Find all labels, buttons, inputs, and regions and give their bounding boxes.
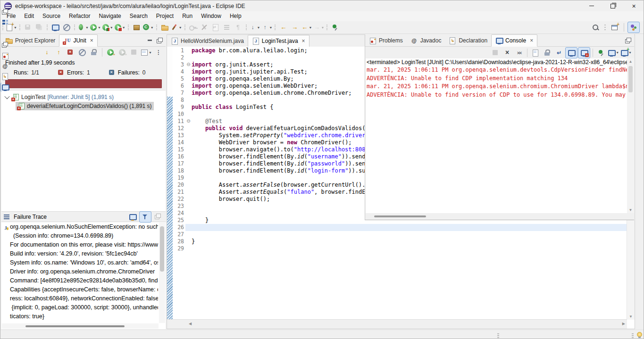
code-line-29[interactable]: 29 — [173, 245, 627, 252]
java-perspective-button[interactable] — [627, 22, 640, 33]
menu-project[interactable]: Project — [152, 11, 178, 21]
menu-search[interactable]: Search — [125, 11, 152, 21]
filter-stack-trace-button[interactable] — [139, 211, 151, 223]
scroll-lock-button[interactable] — [88, 47, 100, 58]
clear-console-button[interactable] — [530, 48, 541, 58]
failure-trace-line[interactable]: (Session info: chrome=134.0.6998.89) — [2, 232, 158, 240]
outline-view-button[interactable] — [1, 18, 9, 27]
console-vscrollbar[interactable]: ▲ ▼ — [627, 58, 634, 213]
new-java-class-button[interactable]: ▼ — [142, 22, 154, 33]
next-annotation-button[interactable]: ▼ — [249, 22, 261, 33]
close-icon[interactable]: × — [302, 38, 305, 44]
restore-views-button[interactable] — [1, 8, 9, 17]
skip-all-breakpoints-button[interactable] — [61, 22, 72, 33]
save-all-button[interactable] — [33, 22, 45, 33]
maximize-view-button[interactable] — [156, 37, 163, 44]
dropdown-arrow-icon[interactable]: ▼ — [85, 26, 89, 29]
stop-junit-button[interactable] — [128, 47, 140, 58]
tab-junit[interactable]: × JUnit × — [59, 34, 97, 47]
dropdown-arrow-icon[interactable]: ▼ — [616, 51, 619, 54]
drag-handle[interactable] — [632, 333, 634, 339]
failure-trace-line[interactable]: For documentation on this error, please … — [2, 240, 158, 249]
show-whitespace-button[interactable] — [233, 22, 244, 33]
failure-trace-line[interactable]: System info: os.name: 'Windows 10', os.a… — [2, 258, 158, 267]
restore-view-button[interactable] — [625, 37, 631, 44]
terminate-button[interactable] — [490, 48, 501, 58]
search-button[interactable] — [590, 22, 601, 33]
rerun-failed-tests-button[interactable]: » — [117, 47, 128, 58]
declaration-view-button[interactable] — [1, 72, 9, 81]
failure-trace-hscrollbar[interactable] — [2, 323, 159, 329]
pin-console-button[interactable] — [595, 48, 607, 58]
failure-trace-line[interactable]: Command: [4e8f0912e8952ec92814de0ab36b35… — [2, 276, 158, 285]
problems-view-button[interactable] — [1, 51, 9, 60]
chevron-down-icon[interactable] — [4, 93, 9, 99]
dropdown-arrow-icon[interactable]: ▼ — [321, 26, 324, 29]
code-line-27[interactable]: 27 — [173, 231, 627, 238]
close-icon[interactable]: × — [530, 37, 533, 44]
menu-help[interactable]: Help — [226, 11, 246, 21]
menu-navigate[interactable]: Navigate — [94, 11, 125, 21]
show-stderr-button[interactable]: × — [578, 47, 590, 58]
back-history-button[interactable]: ▼ — [300, 22, 312, 33]
failure-trace-line[interactable]: Build info: version: '4.29.0', revision:… — [2, 249, 158, 258]
failure-trace-vscrollbar[interactable] — [159, 223, 165, 323]
scroll-left-icon[interactable]: ◀ — [189, 322, 192, 326]
dropdown-arrow-icon[interactable]: ▼ — [110, 26, 113, 29]
console-view-button[interactable] — [0, 83, 10, 92]
open-type-button[interactable] — [159, 22, 170, 33]
key-button[interactable] — [187, 22, 199, 33]
selected-test-row[interactable]: deveriaEfetuarLoginComDadosValidos() (1,… — [16, 102, 154, 110]
tab-project-explorer[interactable]: Project Explorer — [1, 34, 59, 46]
tab-helloworldselenium[interactable]: HelloWorldSelenium.java — [167, 35, 248, 47]
minimize-view-button[interactable] — [148, 40, 152, 41]
previous-edit-location-button[interactable] — [277, 22, 289, 33]
failure-trace-line[interactable]: org.openqa.selenium.NoSuchElementExcepti… — [2, 223, 158, 232]
display-console-button[interactable]: ▼ — [607, 48, 619, 58]
compare-result-button[interactable] — [152, 212, 164, 222]
dropdown-arrow-icon[interactable]: ▼ — [98, 26, 101, 29]
close-icon[interactable]: × — [90, 37, 93, 44]
paintbrush-button[interactable]: ▼ — [170, 22, 183, 33]
view-menu-button[interactable] — [153, 47, 164, 58]
menu-window[interactable]: Window — [197, 11, 226, 21]
drag-handle[interactable] — [497, 333, 499, 339]
previous-annotation-button[interactable]: ▼ — [261, 22, 273, 33]
menu-edit[interactable]: Edit — [20, 11, 38, 21]
open-perspective-button[interactable] — [609, 22, 620, 33]
failure-trace-line[interactable]: ress: localhost:60849}, networkConnectio… — [2, 294, 158, 303]
dropdown-arrow-icon[interactable]: ▼ — [151, 26, 154, 29]
dropdown-arrow-icon[interactable]: ▼ — [257, 26, 260, 29]
minimize-button[interactable] — [581, 0, 602, 11]
show-next-failure-button[interactable] — [41, 47, 52, 58]
fold-collapse-icon[interactable]: ⊖ — [185, 61, 192, 68]
synchronize-button[interactable] — [210, 22, 221, 33]
code-line-28[interactable]: 28} — [173, 238, 627, 245]
console-hscrollbar[interactable] — [366, 213, 627, 220]
dropdown-arrow-icon[interactable]: ▼ — [179, 26, 182, 29]
failure-trace-line[interactable]: Driver info: org.openqa.selenium.chrome.… — [2, 267, 158, 276]
show-stdout-button[interactable] — [565, 47, 577, 58]
show-trace-in-console-button[interactable] — [127, 212, 138, 222]
scroll-lock-button[interactable] — [542, 48, 553, 58]
fold-collapse-icon[interactable]: ⊖ — [185, 118, 192, 125]
show-failures-only-button[interactable]: × — [65, 47, 76, 58]
tree-item-suite[interactable]: LoginTest [Runner: JUnit 5] (1,891 s) — [1, 92, 166, 101]
scroll-right-icon[interactable]: ▶ — [622, 322, 625, 326]
word-wrap-button[interactable] — [553, 48, 565, 58]
run-button[interactable]: ▼ — [89, 22, 101, 33]
restore-console-stack-button[interactable] — [1, 41, 9, 50]
open-console-button[interactable] — [50, 22, 61, 33]
tab-problems[interactable]: Problems — [365, 34, 407, 46]
javadoc-view-button[interactable] — [1, 62, 9, 70]
dropdown-arrow-icon[interactable]: ▼ — [269, 26, 273, 29]
link-with-editor-button[interactable] — [329, 22, 341, 33]
new-java-package-button[interactable] — [131, 22, 142, 33]
scroll-down-icon[interactable]: ▼ — [627, 208, 634, 212]
show-skipped-tests-button[interactable] — [76, 47, 88, 58]
forward-history-button[interactable]: ▼ — [312, 22, 325, 33]
menu-refactor[interactable]: Refactor — [65, 11, 94, 21]
dropdown-arrow-icon[interactable]: ▼ — [149, 51, 152, 54]
next-edit-location-button[interactable] — [289, 22, 300, 33]
failure-trace-line[interactable]: {implicit: 0, pageLoad: 300000, script: … — [2, 303, 158, 312]
